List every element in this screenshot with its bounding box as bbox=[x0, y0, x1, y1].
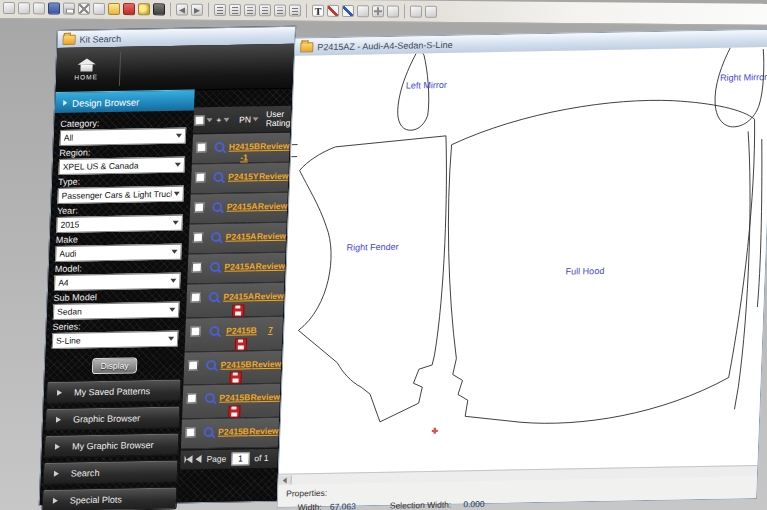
row-checkbox[interactable] bbox=[190, 326, 200, 336]
accordion-graphic-browser[interactable]: Graphic Browser bbox=[45, 406, 181, 431]
home-button[interactable]: HOME bbox=[61, 49, 113, 90]
header-select-all[interactable] bbox=[193, 115, 213, 125]
home-button-label: HOME bbox=[74, 73, 98, 80]
magnifier-icon[interactable] bbox=[214, 142, 225, 153]
row-checkbox[interactable] bbox=[191, 292, 201, 302]
review-link[interactable]: Review bbox=[260, 141, 290, 152]
magnifier-icon[interactable] bbox=[204, 393, 215, 404]
pattern-canvas[interactable]: Left MirrorRight MirrorRight FenderFull … bbox=[279, 47, 767, 474]
pattern-viewer-window: P2415AZ - Audi-A4-Sedan-S-Line bbox=[277, 29, 767, 508]
first-page-button[interactable] bbox=[184, 456, 192, 464]
pn-link[interactable]: P2415A bbox=[224, 262, 255, 273]
edge-tick-marks bbox=[291, 145, 297, 157]
floppy-disk-icon bbox=[229, 372, 241, 384]
header-user-rating[interactable]: User Rating bbox=[266, 109, 291, 128]
magnifier-icon[interactable] bbox=[210, 262, 221, 273]
width-label: Width: bbox=[297, 502, 321, 510]
pn-link[interactable]: P2415A bbox=[227, 202, 258, 213]
accordion-my-saved-patterns[interactable]: My Saved Patterns bbox=[46, 379, 182, 404]
design-browser-header[interactable]: Design Browser bbox=[55, 89, 195, 113]
pn-link[interactable]: P2415B bbox=[226, 325, 257, 336]
expander-arrow-icon bbox=[54, 470, 59, 476]
review-link[interactable]: Review bbox=[250, 392, 280, 403]
header-pn[interactable]: PN bbox=[232, 114, 266, 125]
checkbox-icon bbox=[194, 115, 204, 125]
grid-header: + PN User Rating bbox=[193, 106, 291, 135]
row-checkbox[interactable] bbox=[192, 262, 202, 272]
part-label-left-mirror: Left Mirror bbox=[406, 80, 447, 91]
select-type[interactable]: Passenger Cars & Light Trucks bbox=[57, 186, 184, 204]
row-checkbox[interactable] bbox=[188, 360, 198, 370]
prev-page-button[interactable] bbox=[195, 455, 201, 463]
select-make[interactable]: Audi bbox=[55, 244, 182, 262]
page-input[interactable] bbox=[231, 452, 250, 465]
expander-arrow-icon bbox=[56, 416, 61, 422]
select-year[interactable]: 2015 bbox=[56, 215, 183, 233]
accordion-label: My Graphic Browser bbox=[72, 439, 154, 450]
page-label: Page bbox=[206, 454, 226, 464]
display-button[interactable]: Display bbox=[91, 357, 138, 374]
row-checkbox[interactable] bbox=[197, 142, 207, 152]
select-value-model: A4 bbox=[58, 278, 69, 288]
review-link[interactable]: 7 bbox=[268, 325, 273, 336]
review-link[interactable]: Review bbox=[252, 358, 282, 369]
review-link[interactable]: Review bbox=[259, 171, 289, 182]
grid-rows: H2415B-1ReviewP2415YReviewP2415AReviewP2… bbox=[181, 133, 290, 450]
pn-link[interactable]: P2415B bbox=[219, 392, 250, 403]
select-sub_model[interactable]: Sedan bbox=[53, 302, 180, 320]
pn-link[interactable]: P2415A bbox=[225, 232, 256, 243]
review-link[interactable]: Review bbox=[257, 231, 287, 242]
kit-toolbar: HOME bbox=[56, 44, 295, 93]
select-value-type: Passenger Cars & Light Trucks bbox=[61, 189, 171, 201]
magnifier-icon[interactable] bbox=[209, 326, 220, 337]
folder-icon bbox=[62, 34, 75, 44]
accordion-sections: My Saved PatternsGraphic BrowserMy Graph… bbox=[39, 378, 183, 510]
magnifier-icon[interactable] bbox=[206, 359, 217, 370]
dropdown-arrow-icon bbox=[168, 337, 174, 341]
review-link[interactable]: Review bbox=[258, 201, 288, 212]
floppy-disk-icon bbox=[232, 304, 244, 316]
select-model[interactable]: A4 bbox=[54, 273, 181, 291]
magnifier-icon[interactable] bbox=[212, 202, 223, 213]
home-icon bbox=[77, 58, 96, 71]
accordion-label: My Saved Patterns bbox=[74, 386, 150, 397]
magnifier-icon[interactable] bbox=[211, 232, 222, 243]
full-hood-outline bbox=[440, 98, 756, 425]
pn-link[interactable]: H2415B-1 bbox=[228, 141, 260, 163]
pn-link[interactable]: P2415Y bbox=[228, 172, 259, 183]
row-checkbox[interactable] bbox=[194, 202, 204, 212]
header-plus[interactable]: + bbox=[213, 115, 232, 125]
row-checkbox[interactable] bbox=[193, 232, 203, 242]
magnifier-icon[interactable] bbox=[213, 172, 224, 183]
pn-link[interactable]: P2415B bbox=[221, 359, 252, 370]
select-region[interactable]: XPEL US & Canada bbox=[58, 157, 185, 175]
part-label-right-fender: Right Fender bbox=[346, 242, 398, 253]
form-field-series: Series:S-Line bbox=[52, 320, 179, 349]
right-fender-partial-outline bbox=[734, 131, 765, 409]
magnifier-icon[interactable] bbox=[208, 292, 219, 303]
form-field-model: Model:A4 bbox=[54, 262, 181, 291]
select-series[interactable]: S-Line bbox=[52, 331, 179, 349]
review-link[interactable]: Review bbox=[255, 261, 285, 272]
row-checkbox[interactable] bbox=[195, 172, 205, 182]
review-link[interactable]: Review bbox=[254, 291, 284, 302]
dropdown-arrow-icon bbox=[253, 117, 259, 121]
toolbar-separator bbox=[119, 52, 121, 86]
row-checkbox[interactable] bbox=[186, 427, 196, 437]
review-link[interactable]: Review bbox=[249, 425, 279, 436]
accordion-my-graphic-browser[interactable]: My Graphic Browser bbox=[44, 433, 180, 458]
pn-link[interactable]: P2415A bbox=[223, 292, 254, 303]
right-fender-outline bbox=[290, 136, 449, 424]
selection-width-value: 0.000 bbox=[463, 499, 485, 509]
accordion-label: Search bbox=[71, 467, 100, 478]
user-rating-header-label: User Rating bbox=[266, 109, 291, 128]
dropdown-arrow-icon bbox=[173, 221, 179, 225]
expander-arrow-icon bbox=[63, 100, 67, 106]
pn-link[interactable]: P2415B bbox=[218, 426, 249, 437]
accordion-special-plots[interactable]: Special Plots bbox=[41, 487, 177, 510]
dropdown-arrow-icon bbox=[176, 134, 182, 138]
accordion-search[interactable]: Search bbox=[43, 460, 179, 485]
select-category[interactable]: All bbox=[60, 128, 187, 146]
magnifier-icon[interactable] bbox=[203, 427, 214, 438]
row-checkbox[interactable] bbox=[187, 393, 197, 403]
